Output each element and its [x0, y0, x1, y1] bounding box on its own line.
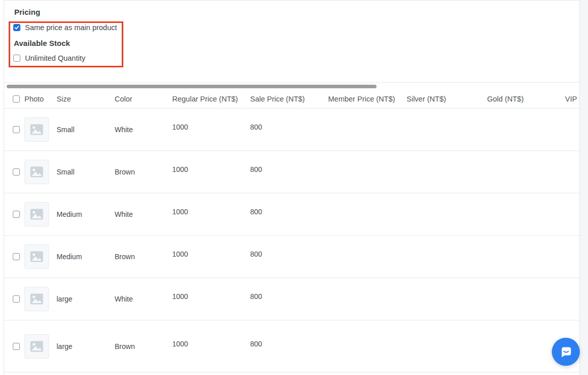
cell-sale-price[interactable]: 800	[250, 250, 262, 258]
row-checkbox[interactable]	[13, 343, 20, 350]
photo-placeholder[interactable]	[24, 160, 49, 184]
available-stock-title: Available Stock	[14, 39, 70, 47]
table-row: large Brown 1000 800	[4, 320, 579, 372]
cell-regular-price[interactable]: 1000	[172, 123, 188, 131]
same-price-checkbox[interactable]	[13, 24, 20, 31]
image-icon	[30, 166, 43, 178]
table-row: Small White 1000 800	[4, 109, 579, 151]
cell-size: Small	[57, 168, 74, 176]
horizontal-scrollbar-thumb[interactable]	[7, 85, 377, 88]
cell-regular-price[interactable]: 1000	[172, 292, 188, 301]
unlimited-quantity-checkbox-row[interactable]: Unlimited Quantity	[13, 54, 85, 62]
table-body: Small White 1000 800 Small	[4, 109, 579, 372]
image-icon	[30, 124, 43, 135]
photo-placeholder[interactable]	[24, 287, 49, 311]
cell-color: Brown	[115, 168, 135, 176]
variant-table: Photo Size Color Regular Price (NT$) Sal…	[4, 82, 579, 375]
select-all-checkbox[interactable]	[13, 95, 20, 103]
cell-size: large	[57, 342, 72, 351]
table-row: Small Brown 1000 800	[4, 151, 579, 193]
row-checkbox[interactable]	[13, 295, 20, 303]
header-size: Size	[57, 95, 71, 103]
cell-size: Medium	[57, 253, 82, 261]
header-regular-price: Regular Price (NT$)	[172, 95, 238, 103]
header-sale-price: Sale Price (NT$)	[250, 95, 305, 103]
cell-sale-price[interactable]: 800	[250, 340, 262, 348]
check-icon	[14, 25, 19, 30]
cell-regular-price[interactable]: 1000	[172, 250, 188, 258]
photo-placeholder[interactable]	[24, 202, 49, 227]
row-checkbox[interactable]	[13, 168, 20, 176]
cell-regular-price[interactable]: 1000	[172, 208, 188, 216]
row-checkbox[interactable]	[13, 253, 20, 260]
header-gold: Gold (NT$)	[487, 95, 524, 103]
unlimited-quantity-checkbox[interactable]	[13, 55, 20, 62]
same-price-label: Same price as main product	[25, 23, 117, 32]
header-member-price: Member Price (NT$)	[328, 95, 395, 103]
chat-launcher-button[interactable]	[552, 338, 580, 366]
table-header-row: Photo Size Color Regular Price (NT$) Sal…	[4, 89, 579, 109]
same-price-checkbox-row[interactable]: Same price as main product	[13, 23, 117, 32]
right-gutter	[580, 0, 588, 375]
photo-placeholder[interactable]	[24, 244, 49, 269]
cell-sale-price[interactable]: 800	[250, 292, 262, 301]
table-row: Medium White 1000 800	[4, 193, 579, 236]
header-vip: VIP (NT$)	[565, 95, 579, 103]
table-row: Medium Brown 1000 800	[4, 236, 579, 278]
cell-color: White	[115, 126, 133, 134]
cell-size: large	[57, 295, 72, 303]
cell-color: White	[115, 210, 133, 218]
photo-placeholder[interactable]	[24, 117, 49, 142]
header-color: Color	[115, 95, 132, 103]
cell-color: Brown	[115, 342, 135, 351]
cell-sale-price[interactable]: 800	[250, 165, 262, 173]
content-panel: Pricing Same price as main product Avail…	[4, 0, 580, 375]
cell-color: White	[115, 295, 133, 303]
header-silver: Silver (NT$)	[407, 95, 446, 103]
pricing-section-title: Pricing	[14, 8, 40, 16]
image-icon	[30, 293, 43, 305]
table-row: large White 1000 800	[4, 278, 579, 320]
cell-sale-price[interactable]: 800	[250, 208, 262, 216]
cell-regular-price[interactable]: 1000	[172, 340, 188, 348]
image-icon	[30, 341, 43, 352]
cell-regular-price[interactable]: 1000	[172, 165, 188, 173]
cell-size: Medium	[57, 210, 82, 218]
header-photo: Photo	[24, 95, 44, 103]
image-icon	[30, 209, 43, 220]
cell-sale-price[interactable]: 800	[250, 123, 262, 131]
image-icon	[30, 251, 43, 262]
cell-size: Small	[57, 126, 74, 134]
row-checkbox[interactable]	[13, 126, 20, 133]
row-checkbox[interactable]	[13, 211, 20, 218]
cell-color: Brown	[115, 253, 135, 261]
chat-bubble-icon	[559, 345, 573, 359]
photo-placeholder[interactable]	[24, 334, 49, 359]
unlimited-quantity-label: Unlimited Quantity	[25, 54, 85, 62]
